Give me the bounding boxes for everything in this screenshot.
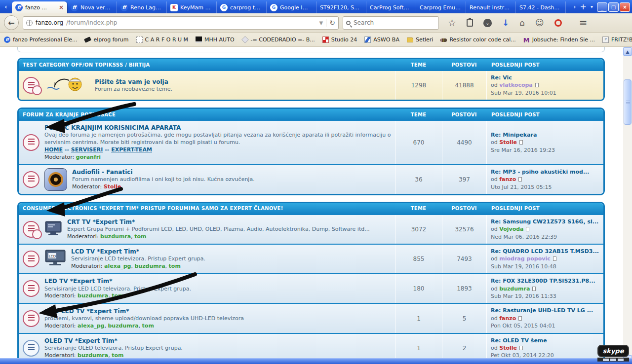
- goto-post-icon[interactable]: [519, 346, 523, 350]
- scrollbar-up-icon[interactable]: ▲: [623, 47, 632, 56]
- moderator-link[interactable]: tom: [142, 323, 154, 329]
- menu-icon[interactable]: ≡: [579, 17, 588, 29]
- last-post-author-link[interactable]: Stolle: [499, 139, 517, 146]
- browser-tab[interactable]: fffanzo ...×: [12, 1, 67, 13]
- bookmark-item[interactable]: Resistor color code cal...: [440, 36, 515, 43]
- last-post-author-link[interactable]: miodrag popovic: [499, 255, 551, 262]
- forum-title-link[interactable]: LCD TV *Expert Tim*: [71, 248, 205, 255]
- new-tab-button[interactable]: +: [580, 2, 587, 11]
- moderator-link[interactable]: tom: [112, 292, 123, 299]
- last-post-link[interactable]: Re: OLED TV šeme: [491, 337, 547, 344]
- forum-title-link[interactable]: Pišite šta vam je volja: [95, 78, 172, 86]
- bookmark-star-icon[interactable]: ☆: [448, 18, 456, 28]
- skype-overlay[interactable]: skype: [597, 345, 629, 363]
- moderator-link[interactable]: Stolle: [104, 183, 121, 190]
- bookmark-item[interactable]: Studio 24: [322, 36, 357, 43]
- forum-link-home[interactable]: HOME: [44, 146, 63, 153]
- forum-title-link[interactable]: Audiofili - Fanatici: [72, 168, 255, 176]
- moderator-link[interactable]: goranfri: [76, 154, 101, 160]
- bookmark-item[interactable]: MJobsuche: Finden Sie ...: [523, 36, 595, 43]
- search-input[interactable]: [354, 19, 423, 26]
- browser-tab[interactable]: S7.42 - Dashb...: [516, 1, 566, 13]
- moderator-link[interactable]: tom: [112, 352, 123, 359]
- goto-post-icon[interactable]: [526, 227, 529, 231]
- moderator-link[interactable]: buzdumra: [100, 233, 131, 240]
- search-box[interactable]: [343, 16, 439, 30]
- url-dropdown-icon[interactable]: ▼: [319, 20, 323, 26]
- tab-close-icon[interactable]: ×: [59, 4, 64, 11]
- browser-tab[interactable]: Renault instru...: [466, 1, 516, 13]
- window-minimize-button[interactable]: _: [597, 2, 607, 12]
- browser-tab[interactable]: ffNova verzi...: [67, 1, 117, 13]
- last-post-author-link[interactable]: fanzo: [499, 315, 516, 322]
- forum-link-expert-team[interactable]: EXPERT-TEAM: [111, 146, 152, 153]
- last-post-author-link[interactable]: fanzo: [499, 176, 516, 182]
- moderator-link[interactable]: tom: [134, 233, 146, 240]
- browser-tab[interactable]: KKeyMam L...: [167, 1, 217, 13]
- last-post-link[interactable]: Re: QUADRO LCD 32AB15 T.MSD3...: [491, 248, 599, 255]
- browser-tab[interactable]: ffReno Lagu...: [117, 1, 167, 13]
- downloads-icon[interactable]: ↓: [502, 19, 509, 27]
- forum-title-link[interactable]: LED TV *Expert Tim*: [44, 277, 191, 285]
- extension-icon[interactable]: [554, 19, 562, 27]
- last-post-link[interactable]: Re: Minipekara: [491, 131, 537, 139]
- url-bar[interactable]: fanzo.org/forum/index.php ▼ ↻: [23, 16, 339, 30]
- tab-scroll-left-icon[interactable]: ‹: [0, 0, 12, 13]
- last-post-link[interactable]: Re: FOX 32LE300D TP.SIS231.P8...: [491, 277, 595, 285]
- tab-favicon: G: [220, 4, 228, 11]
- forum-title-link[interactable]: OLED TV *Expert Tim*: [44, 337, 183, 345]
- browser-tab[interactable]: Carprog Emula...: [416, 1, 466, 13]
- bookmark-item[interactable]: C A R F O R U M: [136, 36, 189, 43]
- browser-tab[interactable]: CarProg Softw...: [366, 1, 416, 13]
- window-restore-button[interactable]: □: [608, 2, 619, 12]
- bookmarks-menu-icon[interactable]: [467, 19, 473, 27]
- bookmark-item[interactable]: ASWO BA: [364, 36, 399, 43]
- home-icon[interactable]: ⌂: [519, 19, 525, 27]
- moderator-link[interactable]: alexa_pg: [104, 263, 131, 269]
- moderator-link[interactable]: buzdumra: [108, 323, 138, 329]
- tab-scroll-right-icon[interactable]: ›: [573, 3, 576, 10]
- forum-link-serviseri[interactable]: SERVISERI: [71, 146, 103, 153]
- back-button[interactable]: ←: [4, 15, 19, 30]
- pocket-icon[interactable]: ⌄: [483, 19, 492, 27]
- moderator-link[interactable]: alexa_pg: [78, 323, 104, 329]
- goto-post-icon[interactable]: [532, 287, 536, 291]
- pdf-bookmark-icon: P: [602, 36, 609, 43]
- moderator-link[interactable]: buzdumra: [134, 263, 165, 269]
- scrollbar-thumb[interactable]: [624, 79, 632, 125]
- bookmark-item[interactable]: elprog forum: [84, 36, 128, 43]
- forum-title-link[interactable]: UHD LED TV *Expert Tim*: [44, 307, 244, 315]
- scrollbar[interactable]: ▲ ▼: [623, 47, 632, 364]
- moderator-link[interactable]: tom: [169, 263, 181, 269]
- reload-icon[interactable]: ↻: [329, 19, 335, 27]
- forum-title-link[interactable]: POMOĆ KRAJNJIM KORISNICIMA APARATA: [44, 124, 391, 132]
- last-post-link[interactable]: Re: Rasturanje UHD-LED TV LG ...: [491, 307, 593, 314]
- last-post-link[interactable]: Re: Samsung CW21Z573 S16G, sl...: [491, 218, 598, 225]
- goto-post-icon[interactable]: [535, 83, 539, 87]
- bookmark-item[interactable]: PFRITZ!Box tot? Recov...: [602, 36, 632, 43]
- browser-tab[interactable]: GGoogle Im...: [267, 1, 316, 13]
- bookmark-item[interactable]: fffanzo Professional Ele...: [4, 36, 77, 43]
- last-post-link[interactable]: Re: Vic: [491, 74, 512, 81]
- bookmark-item[interactable]: -= CODEDRADIO =- B...: [242, 36, 315, 43]
- messenger-icon[interactable]: ☺: [535, 19, 544, 27]
- grid-bookmark-icon: [322, 36, 329, 43]
- last-post-author-link[interactable]: vlatkocopa: [499, 82, 533, 88]
- last-post-author-link[interactable]: buzdumra: [499, 286, 530, 292]
- browser-tab[interactable]: Gcarprog te...: [217, 1, 267, 13]
- bookmark-item[interactable]: Setleri: [407, 36, 433, 43]
- forum-title-link[interactable]: CRT TV *Expert Tim*: [67, 218, 370, 226]
- window-close-button[interactable]: ×: [620, 2, 630, 12]
- goto-post-icon[interactable]: [518, 316, 522, 321]
- browser-tab[interactable]: ST92F120, ST9...: [316, 1, 366, 13]
- tab-list-icon[interactable]: ▾: [591, 4, 593, 9]
- last-post-author-link[interactable]: Stolle: [499, 345, 517, 351]
- goto-post-icon[interactable]: [518, 177, 522, 182]
- last-post-link[interactable]: Re: MP3 - psiho akustički mod...: [491, 168, 589, 176]
- bookmark-item[interactable]: MHH AUTO: [196, 36, 234, 43]
- last-post-author-link[interactable]: Vojvoda: [499, 226, 523, 232]
- moderator-link[interactable]: buzdumra: [78, 292, 108, 299]
- goto-post-icon[interactable]: [553, 256, 556, 261]
- goto-post-icon[interactable]: [519, 140, 523, 145]
- moderator-link[interactable]: buzdumra: [78, 352, 108, 359]
